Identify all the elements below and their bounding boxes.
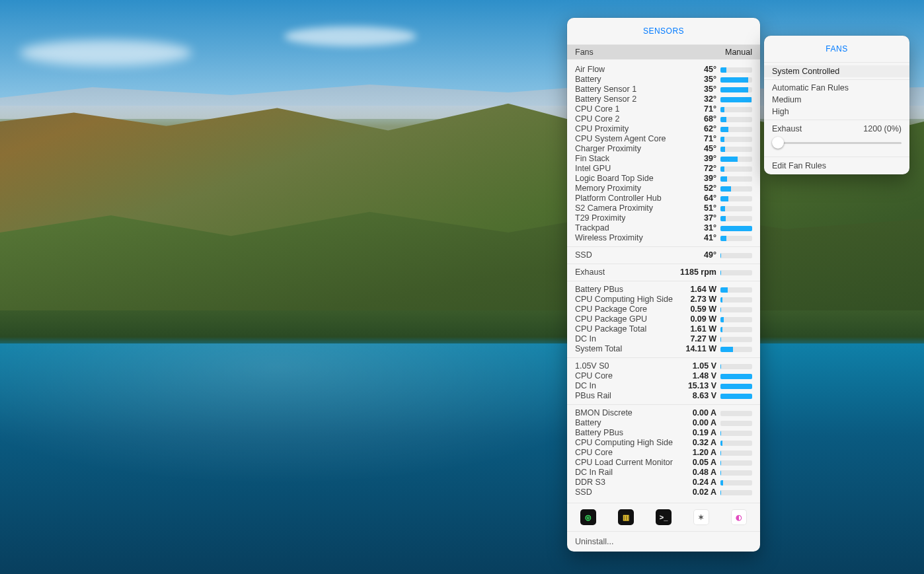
sensor-row[interactable]: DC In Rail0.48 A (567, 468, 760, 478)
sensor-label: Logic Board Top Side (575, 174, 654, 184)
sensor-value: 71° (666, 134, 720, 144)
sensor-row[interactable]: S2 Camera Proximity51° (567, 203, 760, 213)
activity-monitor-icon[interactable]: ◎ (580, 509, 596, 525)
sensor-bar-fill (720, 87, 748, 92)
fan-mode-medium[interactable]: Medium (764, 94, 909, 106)
sensor-bar-fill (720, 107, 724, 112)
slider-track (772, 142, 902, 144)
sensor-bar-fill (720, 347, 733, 352)
sensor-row[interactable]: DC In7.27 W (567, 334, 760, 344)
sensor-row[interactable]: CPU System Agent Core71° (567, 134, 760, 144)
sensor-row[interactable]: DC In15.13 V (567, 381, 760, 391)
sensors-header: SENSORS (567, 18, 760, 45)
sensor-label: Battery PBus (575, 285, 623, 295)
sensor-bar-fill (720, 384, 752, 389)
sensor-row[interactable]: CPU Core1.48 V (567, 371, 760, 381)
sensor-row[interactable]: CPU Package GPU0.09 W (567, 314, 760, 324)
sensor-row[interactable]: Wireless Proximity41° (567, 233, 760, 243)
sensor-row[interactable]: CPU Core1.20 A (567, 448, 760, 458)
sensor-value: 45° (641, 144, 720, 154)
sensor-row[interactable]: CPU Proximity62° (567, 124, 760, 134)
sensor-bar (720, 394, 752, 399)
sensor-row[interactable]: Battery PBus0.19 A (567, 428, 760, 438)
sensor-bar (720, 384, 752, 389)
section-voltage: 1.05V S01.05 VCPU Core1.48 VDC In15.13 V… (567, 357, 760, 402)
sensor-row[interactable]: T29 Proximity37° (567, 213, 760, 223)
fans-mode-row[interactable]: Fans Manual (567, 45, 760, 59)
sensor-bar-fill (720, 450, 721, 456)
cleanup-icon[interactable]: ✶ (693, 509, 709, 525)
wallpaper-sea (0, 343, 924, 574)
sensor-bar (720, 107, 752, 112)
sensor-row[interactable]: DDR S30.24 A (567, 478, 760, 487)
sensor-label: 1.05V S0 (575, 361, 609, 371)
divider (764, 79, 909, 80)
sensor-bar (720, 97, 752, 102)
sensor-label: CPU Proximity (575, 124, 629, 134)
sub-left-label: Fans (575, 48, 594, 57)
sensor-row[interactable]: Fin Stack39° (567, 154, 760, 164)
sensor-row[interactable]: Charger Proximity45° (567, 144, 760, 154)
sensor-bar (720, 157, 752, 162)
sensor-row[interactable]: Memory Proximity52° (567, 184, 760, 194)
sensor-row[interactable]: Exhaust1185 rpm (567, 268, 760, 277)
sensor-row[interactable]: CPU Package Core0.59 W (567, 305, 760, 314)
sensor-bar (720, 490, 752, 495)
sensor-row[interactable]: Logic Board Top Side39° (567, 174, 760, 184)
sensor-row[interactable]: System Total14.11 W (567, 344, 760, 354)
sensor-row[interactable]: Trackpad31° (567, 223, 760, 233)
fan-mode-auto[interactable]: Automatic Fan Rules (764, 82, 909, 94)
section-fan-readout: Exhaust1185 rpm (567, 264, 760, 279)
sensor-value: 1.61 W (646, 324, 720, 334)
amphetamine-icon[interactable]: ▥ (618, 509, 634, 525)
sensor-bar (720, 431, 752, 436)
sensor-label: CPU Core 2 (575, 114, 619, 124)
sensor-value: 14.11 W (622, 344, 720, 354)
uninstall-button[interactable]: Uninstall... (567, 531, 760, 552)
edit-fan-rules-button[interactable]: Edit Fan Rules (764, 157, 909, 174)
sensor-bar (720, 87, 752, 92)
sensor-row[interactable]: CPU Computing High Side0.32 A (567, 438, 760, 448)
sensor-row[interactable]: Air Flow45° (567, 65, 760, 75)
sensor-value: 8.63 V (611, 391, 720, 401)
sensor-value: 2.73 W (673, 295, 720, 305)
sensor-row[interactable]: Battery0.00 A (567, 418, 760, 428)
sensor-value: 68° (619, 114, 720, 124)
sensor-row[interactable]: CPU Load Current Monitor0.05 A (567, 458, 760, 468)
sensor-row[interactable]: 1.05V S01.05 V (567, 361, 760, 371)
sensor-row[interactable]: SSD0.02 A (567, 487, 760, 497)
sensor-row[interactable]: CPU Computing High Side2.73 W (567, 295, 760, 305)
sensor-bar-fill (720, 480, 723, 485)
sensor-label: DDR S3 (575, 478, 605, 487)
fan-mode-system[interactable]: System Controlled (764, 65, 909, 77)
sensor-bar (720, 374, 752, 379)
sensor-value: 32° (636, 94, 720, 104)
sensor-row[interactable]: BMON Discrete0.00 A (567, 408, 760, 418)
sensor-value: 41° (643, 233, 720, 243)
sensor-row[interactable]: Battery Sensor 232° (567, 94, 760, 104)
sensor-value: 0.05 A (673, 458, 720, 468)
sensor-row[interactable]: PBus Rail8.63 V (567, 391, 760, 401)
slider-thumb[interactable] (772, 137, 784, 149)
sensor-row[interactable]: Battery PBus1.64 W (567, 285, 760, 295)
sensor-row[interactable]: SSD49° (567, 250, 760, 260)
sensor-row[interactable]: Battery35° (567, 75, 760, 85)
sensor-bar-fill (720, 186, 731, 192)
sensor-bar-fill (720, 67, 726, 73)
sensor-row[interactable]: CPU Core 171° (567, 104, 760, 114)
sensor-row[interactable]: Intel GPU72° (567, 164, 760, 174)
sensor-label: CPU Package Total (575, 324, 646, 334)
sensor-row[interactable]: Platform Controller Hub64° (567, 194, 760, 203)
sensor-row[interactable]: Battery Sensor 135° (567, 85, 760, 94)
exhaust-slider[interactable] (772, 135, 902, 150)
speedtest-icon[interactable]: ◐ (731, 509, 747, 525)
sensor-row[interactable]: CPU Package Total1.61 W (567, 324, 760, 334)
terminal-icon[interactable]: >_ (656, 509, 672, 525)
sensor-bar (720, 421, 752, 426)
sensor-row[interactable]: CPU Core 268° (567, 114, 760, 124)
sensor-bar (720, 450, 752, 456)
fan-mode-high[interactable]: High (764, 106, 909, 118)
sensors-scroll[interactable]: Air Flow45°Battery35°Battery Sensor 135°… (567, 59, 760, 503)
exhaust-row: Exhaust 1200 (0%) (764, 122, 909, 135)
app-icons-row: ◎▥>_✶◐ (567, 503, 760, 531)
